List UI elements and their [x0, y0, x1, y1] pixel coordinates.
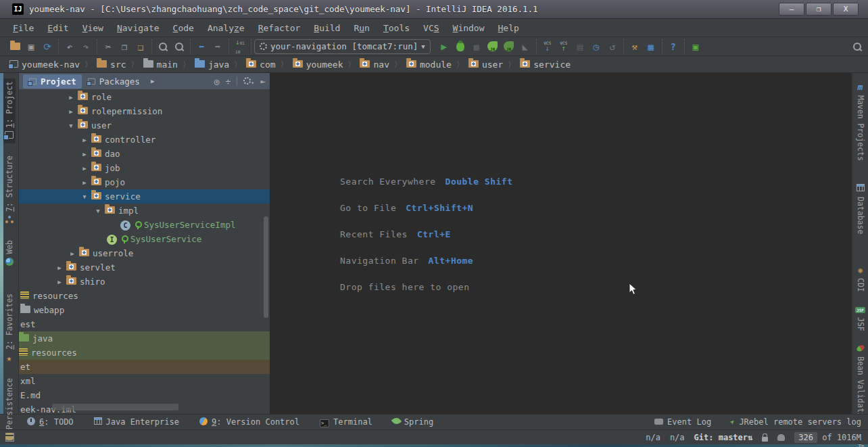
- chevron-right-icon[interactable]: ▶: [56, 264, 63, 271]
- rollback-icon[interactable]: ↺: [606, 40, 619, 53]
- menu-file[interactable]: File: [7, 21, 40, 35]
- tree-row[interactable]: resources: [19, 289, 270, 303]
- menu-navigate[interactable]: Navigate: [111, 21, 166, 35]
- sidebar-item-maven-projects[interactable]: mMaven Projects: [855, 80, 866, 163]
- synchronize-icon[interactable]: ⟳: [41, 40, 54, 53]
- tree-row[interactable]: E.md: [19, 388, 270, 402]
- menu-tools[interactable]: Tools: [377, 21, 416, 35]
- gear-icon[interactable]: ▾: [243, 76, 254, 87]
- tree-horizontal-scrollbar[interactable]: [52, 404, 178, 410]
- breadcrumb-item-nav[interactable]: nav: [357, 60, 391, 70]
- menu-build[interactable]: Build: [308, 21, 346, 35]
- tab-project[interactable]: Project: [23, 74, 82, 89]
- sidebar-item-cdi[interactable]: ◉CDI: [855, 263, 866, 294]
- run-icon[interactable]: ▶: [437, 40, 451, 53]
- maximize-button[interactable]: ❐: [806, 3, 831, 16]
- chevron-right-icon[interactable]: ▶: [81, 151, 88, 158]
- replace-icon[interactable]: [172, 40, 186, 53]
- git-branch-widget[interactable]: Git: master⇅: [694, 433, 753, 442]
- tree-row[interactable]: et: [19, 360, 270, 374]
- breadcrumb-item-src[interactable]: src: [94, 60, 128, 70]
- breadcrumb-item-java[interactable]: java: [192, 60, 232, 70]
- tree-row[interactable]: xml: [19, 374, 270, 388]
- sidebar-item-web[interactable]: Web: [3, 237, 16, 270]
- menu-edit[interactable]: Edit: [41, 21, 74, 35]
- back-icon[interactable]: ⬅: [195, 40, 208, 53]
- breadcrumb-item-youmeek[interactable]: youmeek: [290, 60, 346, 70]
- tree-row[interactable]: est: [19, 317, 270, 331]
- menu-vcs[interactable]: VCS: [417, 21, 445, 35]
- chevron-down-icon[interactable]: ▼: [95, 208, 101, 214]
- sidebar-item-2-favorites[interactable]: 2: Favorites★: [3, 291, 16, 366]
- tree-row[interactable]: ▼service: [19, 189, 270, 204]
- chevron-right-icon[interactable]: ▶: [81, 165, 88, 172]
- settings-icon[interactable]: ⚒: [628, 40, 642, 53]
- chevron-right-icon[interactable]: ▶: [56, 279, 63, 285]
- vcs-commit-icon[interactable]: VCS↑: [557, 40, 571, 53]
- tree-row[interactable]: ▶pojo: [19, 175, 270, 189]
- tree-row[interactable]: resources: [19, 346, 270, 360]
- paste-icon[interactable]: ❑: [134, 40, 147, 53]
- coverage-icon[interactable]: ▦: [470, 40, 483, 53]
- breadcrumb-item-main[interactable]: main: [141, 60, 180, 70]
- sidebar-item-jsf[interactable]: JSFJSF: [854, 302, 866, 333]
- debug-icon[interactable]: [454, 40, 467, 53]
- jrebel-config-icon[interactable]: ▣: [689, 40, 702, 53]
- jrebel-debug-icon[interactable]: JR: [502, 40, 516, 53]
- open-file-icon[interactable]: [8, 40, 22, 53]
- tree-row[interactable]: ISysUserService: [19, 232, 270, 246]
- tree-row[interactable]: ▶rolepermission: [19, 104, 270, 118]
- tabs-more-icon[interactable]: ▶: [145, 78, 160, 85]
- run-configuration-select[interactable]: your-navigation [tomcat7:run]▼: [254, 39, 431, 54]
- breadcrumb-item-youmeek-nav[interactable]: youmeek-nav: [7, 60, 82, 70]
- menu-run[interactable]: Run: [347, 21, 375, 35]
- chevron-right-icon[interactable]: ▶: [69, 250, 76, 257]
- memory-indicator[interactable]: 326 of 1016M: [794, 433, 861, 442]
- forward-icon[interactable]: ➡: [211, 40, 224, 53]
- locate-icon[interactable]: ◎: [214, 76, 220, 87]
- hector-inspections-icon[interactable]: [777, 434, 785, 441]
- vcs-update-icon[interactable]: VCS↓: [541, 40, 554, 53]
- tree-row[interactable]: ▶role: [19, 90, 270, 104]
- toolwindow-button-java-enterprise[interactable]: Java Enterprise: [94, 417, 179, 427]
- undo-icon[interactable]: ↶: [63, 40, 76, 53]
- tree-row[interactable]: CSysUserServiceImpl: [19, 218, 270, 232]
- profile-icon[interactable]: ◣: [519, 40, 532, 53]
- breadcrumb-item-user[interactable]: user: [466, 60, 506, 70]
- tree-row[interactable]: ▶controller: [19, 133, 270, 147]
- sidebar-item-7-structure[interactable]: 7: Structure: [3, 153, 16, 228]
- tree-row[interactable]: ▼impl: [19, 204, 270, 218]
- toolwindow-button-9-version-control[interactable]: 9: Version Control: [199, 417, 299, 427]
- menu-analyze[interactable]: Analyze: [201, 21, 251, 35]
- toolwindow-button-event-log[interactable]: Event Log: [654, 417, 711, 427]
- sidebar-item-persistence[interactable]: Persistence: [3, 375, 16, 445]
- toolwindow-button-6-todo[interactable]: 6: TODO: [27, 417, 74, 427]
- cut-icon[interactable]: ✂: [101, 40, 115, 53]
- tree-row[interactable]: ▶job: [19, 161, 270, 175]
- hide-panel-icon[interactable]: ⇤: [260, 76, 266, 87]
- chevron-right-icon[interactable]: ▶: [81, 137, 88, 143]
- save-all-icon[interactable]: ▣: [24, 40, 38, 53]
- tree-row[interactable]: ▶servlet: [19, 260, 270, 275]
- jrebel-run-icon[interactable]: JR: [486, 40, 500, 53]
- chevron-down-icon[interactable]: ▼: [81, 193, 88, 200]
- menu-help[interactable]: Help: [492, 21, 525, 35]
- archive-icon[interactable]: ▤: [573, 40, 587, 53]
- tab-packages[interactable]: Packages: [82, 74, 145, 89]
- menu-window[interactable]: Window: [447, 21, 491, 35]
- collapse-all-icon[interactable]: ÷: [226, 76, 231, 87]
- toolwindow-button-jrebel-remote-servers-log[interactable]: ➤JRebel remote servers log: [730, 417, 861, 427]
- sidebar-item-database[interactable]: Database: [855, 182, 866, 236]
- breadcrumb-item-module[interactable]: module: [404, 60, 454, 70]
- editor-area[interactable]: Search EverywhereDouble ShiftGo to FileC…: [270, 73, 852, 414]
- lock-icon[interactable]: [762, 437, 768, 442]
- copy-icon[interactable]: ❐: [118, 40, 131, 53]
- chevron-right-icon[interactable]: ▶: [81, 179, 88, 186]
- chevron-right-icon[interactable]: ▶: [68, 108, 74, 115]
- tree-vertical-scrollbar[interactable]: [264, 216, 268, 318]
- breadcrumb-item-com[interactable]: com: [243, 60, 278, 70]
- tree-row[interactable]: ▶dao: [19, 147, 270, 161]
- tree-row[interactable]: ▶userrole: [19, 246, 270, 260]
- minimize-button[interactable]: —: [779, 3, 804, 16]
- toolwindow-button-terminal[interactable]: >_Terminal: [320, 417, 372, 427]
